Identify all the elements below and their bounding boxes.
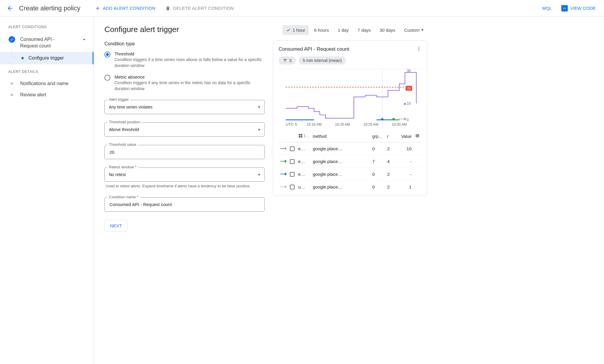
sidebar-section-conditions: ALERT CONDITIONS xyxy=(0,25,93,33)
table-row[interactable]: u…google.place…021 xyxy=(279,181,422,193)
svg-text:10:30 AM: 10:30 AM xyxy=(392,122,407,127)
form-heading: Configure alert trigger xyxy=(104,25,265,34)
tree-connector xyxy=(12,48,16,57)
chart: 01020302010:15 AM10:20 AM10:25 AM10:30 A… xyxy=(279,69,422,128)
svg-rect-26 xyxy=(285,173,286,175)
sidebar-section-details: ALERT DETAILS xyxy=(0,64,93,78)
delete-alert-condition-button[interactable]: DELETE ALERT CONDITION xyxy=(161,3,237,14)
svg-marker-14 xyxy=(404,102,406,105)
legend-table: l… method grp… r Value e…google.place…02… xyxy=(279,130,422,193)
trash-icon xyxy=(165,5,171,11)
time-chip-custom[interactable]: Custom ▾ xyxy=(400,25,427,35)
radio-icon xyxy=(104,52,110,58)
sidebar-item-review[interactable]: Review alert xyxy=(0,89,93,100)
chevron-down-icon: ▾ xyxy=(258,172,260,177)
svg-text:10: 10 xyxy=(407,101,411,106)
dot-icon xyxy=(11,82,13,85)
svg-point-0 xyxy=(419,47,419,47)
svg-point-1 xyxy=(419,48,419,49)
threshold-value-input[interactable] xyxy=(109,149,260,155)
filter-chip[interactable]: 3 xyxy=(279,56,296,65)
threshold-position-field: Threshold position Above threshold ▾ xyxy=(104,122,265,137)
svg-rect-13 xyxy=(392,118,395,120)
threshold-position-select[interactable]: Above threshold ▾ xyxy=(104,122,265,137)
dot-icon xyxy=(11,94,13,96)
next-button[interactable]: NEXT xyxy=(104,220,128,232)
series-swatch xyxy=(280,172,286,176)
svg-text:10:20 AM: 10:20 AM xyxy=(335,122,350,127)
time-chip-1-day[interactable]: 1 day xyxy=(334,25,352,35)
row-checkbox[interactable] xyxy=(290,159,295,164)
row-checkbox[interactable] xyxy=(290,172,295,177)
sidebar: ALERT CONDITIONS Consumed API - Request … xyxy=(0,17,94,364)
interval-chip[interactable]: 5 min interval (mean) xyxy=(299,56,346,65)
row-checkbox[interactable] xyxy=(290,146,295,151)
table-row[interactable]: e…google.place…02- xyxy=(279,168,422,181)
preview-card: Consumed API - Request count 3 5 min int… xyxy=(273,40,427,196)
arrow-left-icon xyxy=(7,5,14,12)
condition-name-field: Condition name * xyxy=(104,197,265,212)
check-icon xyxy=(286,28,291,32)
preview-column: 1 hour6 hours1 day7 days30 daysCustom ▾ … xyxy=(273,25,427,356)
add-alert-condition-button[interactable]: ADD ALERT CONDITION xyxy=(91,3,159,14)
time-chip-7-days[interactable]: 7 days xyxy=(354,25,374,35)
code-icon xyxy=(561,5,568,12)
time-chip-30-days[interactable]: 30 days xyxy=(376,25,399,35)
view-code-button[interactable]: VIEW CODE xyxy=(558,3,599,14)
svg-marker-21 xyxy=(285,147,286,150)
alert-trigger-field: Alert trigger Any time series violates ▾ xyxy=(104,100,265,114)
table-row[interactable]: e…google.place…0210 xyxy=(279,142,422,155)
radio-icon xyxy=(104,75,110,81)
radio-metric-absence[interactable]: Metric absence Condition triggers if any… xyxy=(104,74,265,92)
check-circle-icon xyxy=(9,36,15,43)
threshold-value-input-box[interactable] xyxy=(104,145,265,159)
card-menu-button[interactable] xyxy=(416,46,422,52)
series-swatch xyxy=(280,185,286,189)
alert-trigger-select[interactable]: Any time series violates ▾ xyxy=(104,100,265,114)
columns-icon[interactable] xyxy=(415,133,420,138)
svg-text:10:15 AM: 10:15 AM xyxy=(307,122,322,127)
series-swatch xyxy=(280,159,286,163)
time-range-picker: 1 hour6 hours1 day7 days30 daysCustom ▾ xyxy=(273,25,427,35)
active-dot xyxy=(21,57,24,59)
back-button[interactable] xyxy=(5,3,15,14)
filter-icon xyxy=(283,58,287,63)
chevron-down-icon: ▾ xyxy=(258,105,260,109)
form-column: Configure alert trigger Condition type T… xyxy=(104,25,265,356)
series-swatch xyxy=(280,147,286,150)
condition-type-label: Condition type xyxy=(104,41,265,47)
retest-window-select[interactable]: No retest ▾ xyxy=(104,167,265,182)
plus-icon xyxy=(95,5,101,11)
table-row[interactable]: e…google.place…74- xyxy=(279,155,422,168)
grid-icon: l… xyxy=(298,133,309,138)
svg-text:20: 20 xyxy=(407,87,411,90)
preview-card-title: Consumed API - Request count xyxy=(279,46,349,52)
retest-window-field: Retest window * No retest ▾ Used to rete… xyxy=(104,167,265,189)
time-chip-1-hour[interactable]: 1 hour xyxy=(282,25,309,35)
chevron-up-icon[interactable] xyxy=(81,36,88,44)
svg-text:UTC-5: UTC-5 xyxy=(286,122,297,127)
svg-rect-12 xyxy=(382,118,383,120)
svg-text:10:25 AM: 10:25 AM xyxy=(363,122,378,127)
chevron-down-icon: ▾ xyxy=(258,127,260,132)
more-vert-icon xyxy=(416,46,422,51)
row-checkbox[interactable] xyxy=(290,185,295,189)
chevron-down-icon: ▾ xyxy=(421,27,424,33)
condition-name-input[interactable] xyxy=(109,202,260,207)
threshold-value-field: Threshold value xyxy=(104,145,265,159)
sidebar-item-notifications[interactable]: Notifications and name xyxy=(0,78,93,89)
svg-text:0: 0 xyxy=(407,118,409,122)
radio-threshold[interactable]: Threshold Condition triggers if a time s… xyxy=(104,51,265,68)
svg-point-2 xyxy=(419,50,419,51)
condition-name-input-box[interactable] xyxy=(104,197,265,212)
svg-rect-23 xyxy=(284,160,286,162)
mql-button[interactable]: MQL xyxy=(539,3,556,13)
time-chip-6-hours[interactable]: 6 hours xyxy=(311,25,333,35)
topbar: Create alerting policy ADD ALERT CONDITI… xyxy=(0,0,604,17)
page-title: Create alerting policy xyxy=(19,4,80,12)
